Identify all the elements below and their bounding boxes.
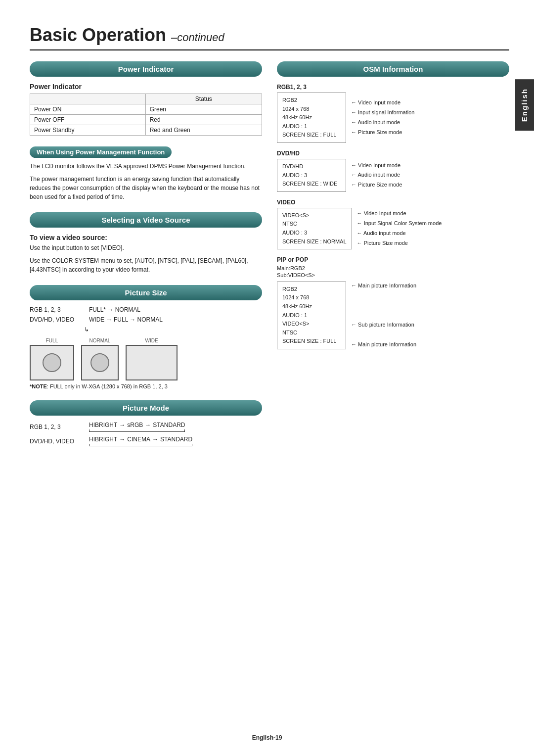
osm-pip-box: RGB2 1024 x 768 48kHz 60Hz AUDIO : 1 VID… (277, 282, 346, 349)
video-source-body2: Use the COLOR SYSTEM menu to set, [AUTO]… (30, 256, 262, 274)
pm-rgb-item3: STANDARD (153, 422, 185, 428)
osm-rgb-line3: 48kHz 60Hz (282, 113, 341, 122)
video-source-subheader: To view a video source: (30, 234, 262, 241)
osm-pip-arrow7: ← Main picture Information (351, 340, 416, 350)
side-tab-english: English (515, 79, 534, 131)
osm-dvd-box: DVD/HD AUDIO : 3 SCREEN SIZE : WIDE (277, 159, 346, 192)
osm-video-box: VIDEO<S> NTSC AUDIO : 3 SCREEN SIZE : NO… (277, 208, 352, 249)
osm-pip-line7: SCREEN SIZE : FULL (282, 337, 341, 346)
picture-size-row-dvd: DVD/HD, VIDEO WIDE → FULL → NORMAL (30, 316, 262, 323)
pic-full-circle (43, 353, 61, 372)
page-footer: English-19 (0, 734, 534, 741)
video-source-header: Selecting a Video Source (30, 212, 262, 228)
left-column: Power Indicator Power Indicator Status P… (30, 61, 262, 457)
pm-dvd-item3: STANDARD (160, 436, 192, 443)
table-row: Power Standby Red and Green (30, 125, 262, 136)
video-source-body1: Use the input button to set [VIDEO]. (30, 243, 262, 252)
power-management-header: When Using Power Management Function (30, 146, 172, 158)
picture-mode-header: Picture Mode (30, 400, 262, 416)
osm-rgb-arrow2: ← Input signal Information (351, 108, 414, 118)
osm-dvd-row: DVD/HD AUDIO : 3 SCREEN SIZE : WIDE ← Vi… (277, 159, 509, 192)
pm-arrow1: → (119, 422, 125, 428)
table-row: Power ON Green (30, 104, 262, 115)
osm-pip-sub: Sub:VIDEO<S> (277, 272, 509, 278)
power-indicator-subheader: Power Indicator (30, 83, 262, 91)
pm-dvd-flow: HIBRIGHT → CINEMA → STANDARD (89, 436, 192, 446)
osm-video-line4: SCREEN SIZE : NORMAL (282, 237, 347, 246)
osm-pip-line1: RGB2 (282, 285, 341, 294)
pic-normal-box (81, 345, 119, 380)
pic-wide-box (126, 345, 178, 380)
osm-dvd-line3: SCREEN SIZE : WIDE (282, 180, 341, 189)
picture-size-header: Picture Size (30, 285, 262, 300)
pm-arrow4: → (152, 436, 158, 443)
pic-full-box (30, 345, 74, 380)
osm-rgb-arrows: ← Video Input mode ← Input signal Inform… (351, 98, 414, 137)
pm-row-dvd: DVD/HD, VIDEO HIBRIGHT → CINEMA → STANDA… (30, 436, 262, 446)
main-content: Power Indicator Power Indicator Status P… (30, 61, 509, 457)
osm-rgb-box: RGB2 1024 x 768 48kHz 60Hz AUDIO : 1 SCR… (277, 93, 346, 143)
osm-video-line2: NTSC (282, 220, 347, 229)
osm-info-header: OSM Information (277, 61, 509, 77)
osm-pip-row: RGB2 1024 x 768 48kHz 60Hz AUDIO : 1 VID… (277, 281, 509, 350)
continued-text: –continued (171, 31, 224, 44)
picture-size-icons: FULL NORMAL WIDE (30, 338, 262, 380)
pm-row-rgb: RGB 1, 2, 3 HIBRIGHT → sRGB → STANDARD (30, 422, 262, 432)
table-cell: Power OFF (30, 115, 146, 125)
ps-dvd-label: DVD/HD, VIDEO (30, 316, 79, 323)
power-indicator-section: Power Indicator Power Indicator Status P… (30, 61, 262, 136)
osm-pip-main: Main:RGB2 (277, 265, 509, 271)
pm-arrow2: → (145, 422, 151, 428)
pic-normal-circle (90, 353, 109, 372)
pm-rgb-label: RGB 1, 2, 3 (30, 424, 79, 430)
table-cell: Red (145, 115, 262, 125)
table-row: Power OFF Red (30, 115, 262, 125)
table-col-empty (30, 94, 146, 104)
osm-dvd-arrows: ← Video Input mode ← Audio input mode ← … (351, 161, 402, 190)
picture-size-section: Picture Size RGB 1, 2, 3 FULL* → NORMAL … (30, 285, 262, 389)
page-title: Basic Operation –continued (30, 25, 509, 46)
ps-rgb-label: RGB 1, 2, 3 (30, 306, 79, 313)
pm-rgb-item1: HIBRIGHT (89, 422, 117, 428)
osm-video-arrow3: ← Audio input mode (357, 229, 442, 238)
pic-wide-group: WIDE (126, 338, 178, 380)
osm-pip-arrow2 (351, 291, 416, 301)
osm-dvd-arrow3: ← Picture Size mode (351, 180, 402, 190)
osm-rgb-label: RGB1, 2, 3 (277, 84, 509, 91)
pm-rgb-flow: HIBRIGHT → sRGB → STANDARD (89, 422, 185, 432)
osm-pip-arrows: ← Main picture Information ← Sub picture… (351, 281, 416, 350)
osm-rgb-line2: 1024 x 768 (282, 105, 341, 114)
table-cell: Green (145, 104, 262, 115)
osm-pip-line3: 48kHz 60Hz (282, 302, 341, 311)
page: English Basic Operation –continued Power… (0, 0, 534, 756)
osm-pip-label: PIP or POP (277, 256, 509, 263)
osm-video-arrow4: ← Picture Size mode (357, 238, 442, 248)
osm-dvd-arrow2: ← Audio input mode (351, 170, 402, 180)
power-management-section: When Using Power Management Function The… (30, 146, 262, 201)
osm-rgb-row: RGB2 1024 x 768 48kHz 60Hz AUDIO : 1 SCR… (277, 93, 509, 143)
osm-video-arrow2: ← Input Signal Color System mode (357, 219, 442, 229)
osm-rgb-arrow4: ← Picture Size mode (351, 128, 414, 138)
pm-rgb-item2: sRGB (127, 422, 143, 428)
pic-wide-label: WIDE (145, 338, 158, 343)
pm-arrow3: → (119, 436, 125, 443)
osm-video-line3: AUDIO : 3 (282, 229, 347, 237)
table-cell: Power Standby (30, 125, 146, 136)
pm-dvd-item2: CINEMA (127, 436, 150, 443)
osm-dvd-arrow1: ← Video Input mode (351, 161, 402, 171)
picture-size-note: *NOTE: FULL only in W-XGA (1280 x 768) i… (30, 383, 262, 389)
power-indicator-header: Power Indicator (30, 61, 262, 77)
osm-rgb-line4: AUDIO : 1 (282, 122, 341, 131)
osm-pip-arrow1: ← Main picture Information (351, 281, 416, 291)
pm-dvd-label: DVD/HD, VIDEO (30, 438, 79, 445)
osm-pip-arrow6 (351, 330, 416, 340)
pm-dvd-arrow-row: HIBRIGHT → CINEMA → STANDARD (89, 436, 192, 443)
osm-video-arrow1: ← Video Input mode (357, 209, 442, 219)
video-source-section: Selecting a Video Source To view a video… (30, 212, 262, 274)
table-cell: Power ON (30, 104, 146, 115)
pic-full-label: FULL (46, 338, 58, 343)
pm-dvd-item1: HIBRIGHT (89, 436, 117, 443)
picture-mode-section: Picture Mode RGB 1, 2, 3 HIBRIGHT → sRGB… (30, 400, 262, 446)
power-management-body1: The LCD monitor follows the VESA approve… (30, 162, 262, 171)
osm-rgb-arrow1: ← Video Input mode (351, 98, 414, 108)
